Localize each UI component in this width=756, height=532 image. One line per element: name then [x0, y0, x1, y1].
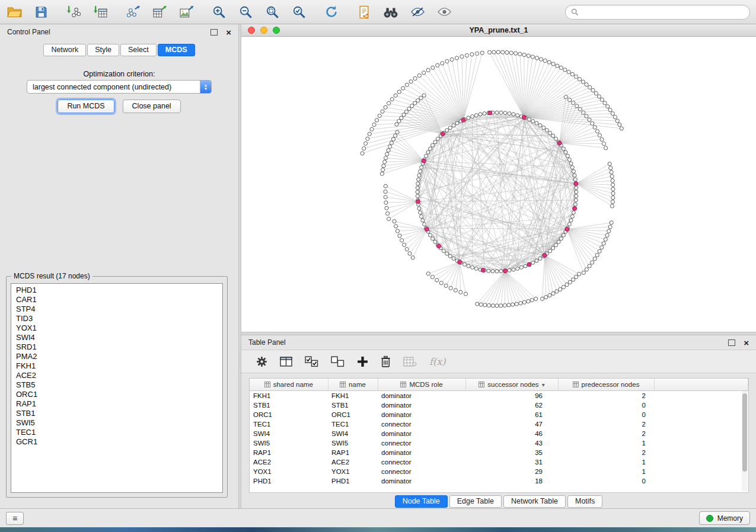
cell-successors[interactable]: 29 — [465, 467, 558, 476]
cell-predecessors[interactable]: 0 — [558, 410, 654, 419]
mcds-result-item[interactable]: FKH1 — [11, 361, 222, 371]
mcds-result-item[interactable]: ACE2 — [11, 371, 222, 380]
cell-name[interactable]: RAP1 — [328, 448, 378, 457]
zoom-out-icon[interactable] — [237, 4, 254, 20]
table-row[interactable]: YOX1YOX1connector291 — [250, 467, 748, 476]
table-row[interactable]: SWI5SWI5connector431 — [250, 438, 748, 448]
cell-shared-name[interactable]: FKH1 — [250, 391, 328, 401]
export-network-icon[interactable] — [125, 4, 141, 20]
zoom-in-icon[interactable] — [210, 4, 227, 20]
add-icon[interactable] — [357, 356, 368, 367]
float-icon[interactable] — [210, 29, 218, 36]
cell-name[interactable]: PHD1 — [328, 476, 378, 486]
tab-network[interactable]: Network — [43, 44, 86, 56]
cell-shared-name[interactable]: PHD1 — [250, 476, 328, 486]
binoculars-icon[interactable] — [382, 4, 399, 20]
float-icon[interactable] — [728, 339, 735, 346]
column-header-mcds-role[interactable]: MCDS role — [378, 379, 465, 391]
cell-shared-name[interactable]: SWI4 — [250, 429, 328, 438]
search-input[interactable] — [582, 7, 744, 17]
refresh-icon[interactable] — [323, 4, 340, 20]
mcds-result-item[interactable]: SWI4 — [11, 333, 222, 342]
table-row[interactable]: TEC1TEC1connector472 — [250, 419, 748, 429]
cell-shared-name[interactable]: STB1 — [250, 400, 328, 410]
columns-icon[interactable] — [280, 356, 292, 367]
zoom-window-icon[interactable] — [273, 27, 280, 34]
cell-role[interactable]: connector — [378, 438, 465, 448]
cell-name[interactable]: FKH1 — [328, 391, 378, 401]
cell-successors[interactable]: 61 — [465, 410, 558, 419]
export-table-icon[interactable] — [151, 4, 168, 20]
cell-successors[interactable]: 35 — [465, 448, 558, 457]
table-row[interactable]: RAP1RAP1dominator352 — [250, 448, 748, 457]
cell-shared-name[interactable]: ACE2 — [250, 457, 328, 467]
cell-name[interactable]: SWI5 — [328, 438, 378, 448]
cell-successors[interactable]: 18 — [465, 476, 558, 486]
cell-predecessors[interactable]: 2 — [558, 419, 654, 429]
run-mcds-button[interactable]: Run MCDS — [58, 100, 114, 113]
minimize-window-icon[interactable] — [260, 27, 267, 34]
cell-predecessors[interactable]: 1 — [558, 457, 654, 467]
mcds-result-item[interactable]: PHD1 — [11, 286, 222, 295]
cell-shared-name[interactable]: ORC1 — [250, 410, 328, 419]
cell-name[interactable]: ORC1 — [328, 410, 378, 419]
mcds-result-item[interactable]: TID3 — [11, 314, 222, 323]
cell-role[interactable]: connector — [378, 457, 465, 467]
export-image-icon[interactable] — [178, 4, 194, 20]
select-all-icon[interactable] — [305, 356, 318, 367]
hide-eye-icon[interactable] — [409, 4, 426, 20]
import-network-icon[interactable] — [65, 4, 82, 20]
network-graph[interactable] — [241, 37, 756, 332]
mcds-result-item[interactable]: STB1 — [11, 409, 222, 418]
cell-successors[interactable]: 43 — [465, 438, 558, 448]
memory-button[interactable]: Memory — [699, 511, 750, 525]
mcds-result-item[interactable]: PMA2 — [11, 352, 222, 361]
table-row[interactable]: FKH1FKH1dominator962 — [250, 391, 748, 401]
cell-shared-name[interactable]: SWI5 — [250, 438, 328, 448]
network-view[interactable] — [241, 37, 756, 332]
column-header-shared-name[interactable]: shared name — [250, 379, 328, 391]
cell-role[interactable]: dominator — [378, 476, 465, 486]
cell-predecessors[interactable]: 2 — [558, 429, 654, 438]
close-icon[interactable]: × — [226, 28, 231, 37]
cell-successors[interactable]: 31 — [465, 457, 558, 467]
tab-motifs[interactable]: Motifs — [567, 495, 602, 508]
cell-role[interactable]: dominator — [378, 410, 465, 419]
mcds-result-item[interactable]: SRD1 — [11, 342, 222, 352]
table-row[interactable]: ORC1ORC1dominator610 — [250, 410, 748, 419]
cell-name[interactable]: YOX1 — [328, 467, 378, 476]
table-row[interactable]: ACE2ACE2connector311 — [250, 457, 748, 467]
close-icon[interactable]: × — [744, 338, 749, 347]
mcds-result-item[interactable]: STB5 — [11, 380, 222, 390]
cell-role[interactable]: dominator — [378, 400, 465, 410]
share-document-icon[interactable] — [356, 4, 372, 20]
mcds-result-item[interactable]: RAP1 — [11, 399, 222, 409]
tab-style[interactable]: Style — [87, 44, 119, 56]
table-row[interactable]: SWI4SWI4dominator462 — [250, 429, 748, 438]
cell-predecessors[interactable]: 1 — [558, 467, 654, 476]
save-icon[interactable] — [33, 4, 49, 20]
cell-shared-name[interactable]: YOX1 — [250, 467, 328, 476]
zoom-fit-icon[interactable] — [264, 4, 280, 20]
tab-edge-table[interactable]: Edge Table — [449, 495, 502, 508]
mcds-result-item[interactable]: SWI5 — [11, 418, 222, 428]
tab-select[interactable]: Select — [120, 44, 157, 56]
zoom-selected-icon[interactable] — [291, 4, 307, 20]
import-table-icon[interactable] — [92, 4, 109, 20]
cell-predecessors[interactable]: 2 — [558, 391, 654, 401]
mcds-result-item[interactable]: TEC1 — [11, 428, 222, 437]
mcds-result-item[interactable]: ORC1 — [11, 390, 222, 399]
cell-role[interactable]: dominator — [378, 391, 465, 401]
table-row[interactable]: PHD1PHD1dominator180 — [250, 476, 748, 486]
cell-role[interactable]: connector — [378, 467, 465, 476]
cell-predecessors[interactable]: 0 — [558, 400, 654, 410]
cell-predecessors[interactable]: 0 — [558, 476, 654, 486]
mcds-result-list[interactable]: PHD1CAR1STP4TID3YOX1SWI4SRD1PMA2FKH1ACE2… — [11, 283, 223, 493]
mcds-result-item[interactable]: STP4 — [11, 305, 222, 314]
column-header-successor-nodes[interactable]: successor nodes▾ — [465, 379, 558, 391]
cell-role[interactable]: dominator — [378, 448, 465, 457]
close-window-icon[interactable] — [248, 27, 255, 34]
cell-name[interactable]: ACE2 — [328, 457, 378, 467]
cell-role[interactable]: dominator — [378, 429, 465, 438]
cell-shared-name[interactable]: TEC1 — [250, 419, 328, 429]
